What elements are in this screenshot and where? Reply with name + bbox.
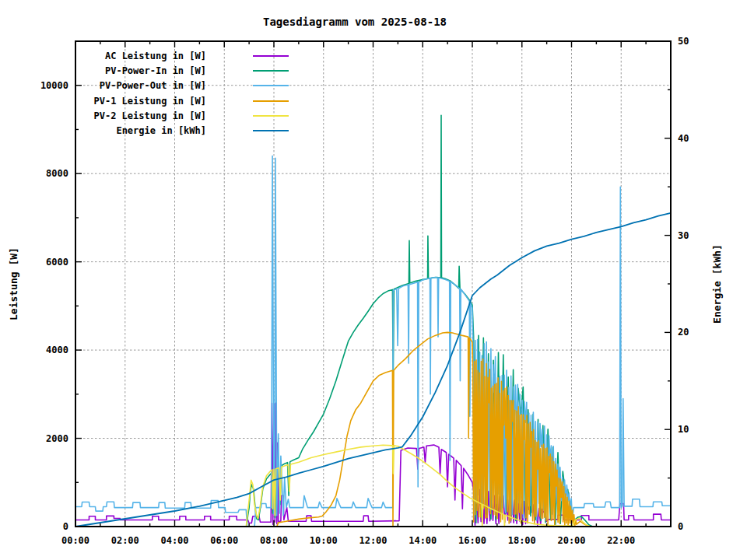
svg-text:18:00: 18:00 [508, 535, 536, 546]
legend-line-sample-pv-out [253, 85, 289, 86]
svg-text:20: 20 [678, 327, 689, 338]
svg-text:00:00: 00:00 [61, 535, 89, 546]
svg-text:10:00: 10:00 [310, 535, 338, 546]
legend-line-sample-ac [253, 55, 289, 57]
svg-text:40: 40 [678, 133, 689, 144]
chart-legend: AC Leistung in [W]PV-Power-In in [W]PV-P… [75, 48, 289, 138]
legend-line-sample-pv1 [253, 100, 289, 102]
y-axis-label-left: Leistung [W] [8, 222, 20, 346]
svg-text:6000: 6000 [46, 257, 68, 268]
legend-item-pv1: PV-1 Leistung in [W] [75, 93, 289, 108]
legend-label-pv-in: PV-Power-In in [W] [75, 65, 206, 76]
svg-text:02:00: 02:00 [111, 535, 139, 546]
legend-label-pv-out: PV-Power-Out in [W] [75, 80, 206, 91]
svg-text:30: 30 [678, 230, 689, 241]
svg-text:50: 50 [678, 36, 689, 47]
y-axis-label-right: Energie [kWh] [711, 222, 724, 346]
legend-item-energie: Energie in [kWh] [75, 123, 289, 138]
svg-text:8000: 8000 [46, 168, 68, 179]
svg-text:22:00: 22:00 [607, 535, 635, 546]
legend-label-energie: Energie in [kWh] [75, 125, 206, 136]
legend-item-pv-out: PV-Power-Out in [W] [75, 79, 289, 93]
svg-text:0: 0 [63, 521, 68, 532]
svg-text:10: 10 [678, 424, 689, 435]
legend-item-ac: AC Leistung in [W] [75, 48, 289, 63]
svg-text:16:00: 16:00 [458, 535, 486, 546]
legend-label-pv2: PV-2 Leistung in [W] [75, 110, 206, 121]
series-lines [75, 115, 671, 527]
legend-line-sample-pv-in [253, 70, 289, 72]
svg-text:4000: 4000 [46, 345, 68, 355]
legend-item-pv2: PV-2 Leistung in [W] [75, 108, 289, 123]
svg-text:20:00: 20:00 [557, 535, 585, 546]
legend-label-pv1: PV-1 Leistung in [W] [75, 96, 206, 107]
svg-text:14:00: 14:00 [409, 535, 437, 546]
legend-item-pv-in: PV-Power-In in [W] [75, 63, 289, 78]
legend-line-sample-pv2 [253, 115, 289, 117]
svg-text:08:00: 08:00 [260, 535, 288, 546]
legend-line-sample-energie [253, 130, 289, 131]
svg-text:10000: 10000 [40, 80, 68, 91]
svg-text:0: 0 [678, 521, 683, 532]
chart-title: Tagesdiagramm vom 2025-08-18 [0, 16, 710, 28]
svg-text:04:00: 04:00 [160, 535, 188, 546]
svg-text:12:00: 12:00 [359, 535, 387, 546]
chart-page: Tagesdiagramm vom 2025-08-18 Leistung [W… [0, 0, 747, 560]
legend-label-ac: AC Leistung in [W] [75, 51, 206, 61]
svg-text:06:00: 06:00 [210, 535, 238, 546]
svg-text:2000: 2000 [46, 433, 68, 444]
